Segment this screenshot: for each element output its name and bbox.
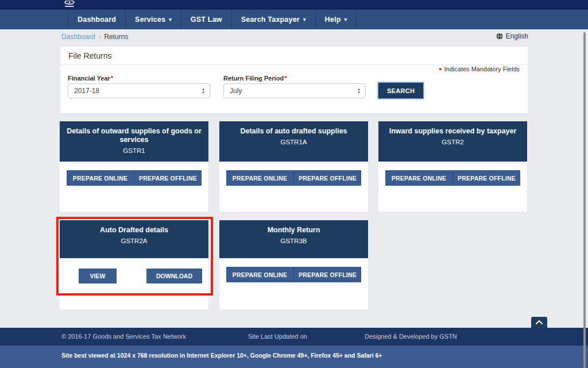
search-button[interactable]: SEARCH [378,82,424,99]
card-title: Auto Drafted details [67,226,202,235]
mandatory-fields-note: ●Indicates Mandatory Fields [439,66,520,72]
card-gstr2-header: Inward supplies received by taxpayer GST… [378,121,527,162]
view-button[interactable]: VIEW [79,269,117,283]
prepare-online-button[interactable]: PREPARE ONLINE [67,170,134,186]
financial-year-select[interactable]: 2017-18 ▲▼ [68,83,210,98]
footer-designed-by: Designed & Developed by GSTN [365,333,457,340]
required-asterisk: * [284,75,287,82]
prepare-offline-button[interactable]: PREPARE OFFLINE [294,170,361,186]
card-gstr1-header: Details of outward supplies of goods or … [60,121,208,162]
main-navbar: Dashboard Services▾ GST Law Search Taxpa… [0,10,588,29]
file-returns-panel: File Returns ●Indicates Mandatory Fields… [60,46,528,114]
card-gstr2-actions: PREPARE ONLINE PREPARE OFFLINE [385,170,520,186]
card-gstr1a-actions: PREPARE ONLINE PREPARE OFFLINE [226,170,361,186]
vertical-scrollbar[interactable] [583,32,586,368]
scroll-to-top-button[interactable] [531,317,547,328]
select-stepper-icon: ▲▼ [202,88,205,94]
required-asterisk: * [111,75,113,82]
card-gstr2a-header: Auto Drafted details GSTR2A [60,220,208,258]
card-gstr2a-actions: VIEW DOWNLOAD [60,258,208,283]
card-title: Monthly Return [226,226,361,235]
card-title: Details of auto drafted supplies [226,127,361,136]
footer-copyright: © 2016-17 Goods and Services Tax Network [61,333,186,340]
prepare-offline-button[interactable]: PREPARE OFFLINE [134,170,202,186]
card-gstr1: Details of outward supplies of goods or … [60,121,208,212]
return-filing-period-label: Return Filing Period* [223,75,287,82]
gst-logo [61,1,78,9]
card-gstr1a-header: Details of auto drafted supplies GSTR1A [219,121,368,162]
breadcrumb: Dashboard › Returns [61,33,128,41]
card-gstr1-actions: PREPARE ONLINE PREPARE OFFLINE [67,170,202,186]
card-code: GSTR2A [67,237,202,244]
nav-item-gst-law[interactable]: GST Law [181,10,232,29]
footer-last-updated: Site Last Updated on [248,333,307,340]
globe-icon [496,33,503,40]
card-code: GSTR2 [385,139,520,145]
prepare-online-button[interactable]: PREPARE ONLINE [226,267,294,282]
card-code: GSTR1A [226,139,361,145]
nav-item-search-taxpayer[interactable]: Search Taxpayer▾ [232,10,316,29]
card-gstr3b-actions: PREPARE ONLINE PREPARE OFFLINE [226,267,361,282]
prepare-offline-button[interactable]: PREPARE OFFLINE [453,170,520,186]
financial-year-label: Financial Year* [68,75,113,82]
select-stepper-icon: ▲▼ [357,88,361,94]
language-selector[interactable]: English [496,32,528,40]
card-gstr2: Inward supplies received by taxpayer GST… [378,121,527,212]
card-gstr2a: Auto Drafted details GSTR2A VIEW DOWNLOA… [60,220,208,309]
breadcrumb-current: Returns [104,33,128,41]
nav-item-dashboard[interactable]: Dashboard [68,10,126,29]
chevron-up-icon [536,320,543,324]
page-title: File Returns [60,47,528,65]
prepare-offline-button[interactable]: PREPARE OFFLINE [294,267,361,282]
breadcrumb-separator: › [99,33,101,40]
caret-down-icon: ▾ [169,17,172,22]
prepare-online-button[interactable]: PREPARE ONLINE [385,170,453,186]
nav-item-services[interactable]: Services▾ [126,10,181,29]
top-strip [0,0,588,10]
bottom-bar: Site best viewed at 1024 x 768 resolutio… [0,346,588,368]
caret-down-icon: ▾ [345,17,347,22]
card-code: GSTR3B [226,237,361,244]
language-label: English [506,32,528,40]
return-filing-period-select[interactable]: July ▲▼ [223,83,366,98]
card-gstr1a: Details of auto drafted supplies GSTR1A … [219,121,368,212]
caret-down-icon: ▾ [303,17,306,22]
card-gstr3b-header: Monthly Return GSTR3B [219,220,368,258]
breadcrumb-dashboard-link[interactable]: Dashboard [61,33,95,41]
mandatory-dot-icon: ● [439,66,442,72]
prepare-online-button[interactable]: PREPARE ONLINE [226,170,294,186]
card-gstr3b: Monthly Return GSTR3B PREPARE ONLINE PRE… [219,220,368,309]
footer: © 2016-17 Goods and Services Tax Network… [0,328,588,346]
viewport-note: Site best viewed at 1024 x 768 resolutio… [61,352,382,359]
card-code: GSTR1 [67,147,202,154]
card-title: Details of outward supplies of goods or … [67,127,202,144]
card-title: Inward supplies received by taxpayer [385,127,520,136]
nav-item-help[interactable]: Help▾ [316,10,357,29]
download-button[interactable]: DOWNLOAD [146,269,202,283]
